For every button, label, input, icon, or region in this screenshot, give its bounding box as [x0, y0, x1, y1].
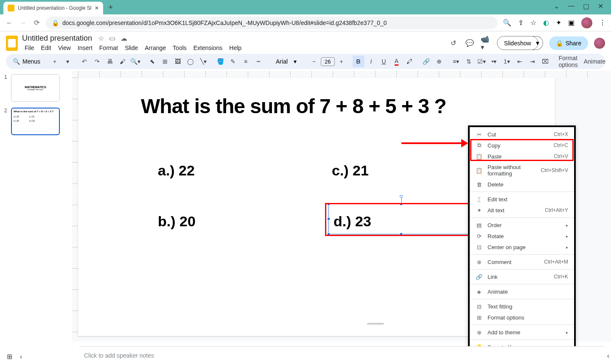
search-menus[interactable]: 🔍 Menus: [9, 58, 44, 65]
notes-splitter[interactable]: [367, 323, 384, 325]
ctx-cut[interactable]: ✂CutCtrl+X: [470, 129, 574, 140]
slide-thumbnail-1[interactable]: MATHEMATICS INTERACTIVE QUIZ: [11, 74, 60, 102]
profile-avatar-icon[interactable]: [581, 17, 592, 28]
new-tab-button[interactable]: +: [108, 3, 113, 14]
reload-icon[interactable]: ⟳: [32, 19, 41, 27]
ctx-add-theme[interactable]: ⊕Add to theme▸: [470, 327, 574, 338]
browser-tab[interactable]: Untitled presentation - Google Sl ✕: [3, 2, 103, 14]
ctx-format-options[interactable]: ⊞Format options: [470, 312, 574, 323]
bookmark-icon[interactable]: ☆: [530, 19, 536, 27]
border-weight-button[interactable]: ≡: [240, 56, 252, 67]
paint-format-button[interactable]: 🖌: [117, 56, 129, 67]
menu-tools[interactable]: Tools: [170, 44, 189, 52]
increase-font-button[interactable]: +: [336, 56, 348, 67]
image-tool[interactable]: 🖼: [172, 56, 184, 67]
selection-box[interactable]: [328, 204, 474, 234]
font-size-input[interactable]: 26: [321, 57, 334, 66]
italic-button[interactable]: I: [365, 56, 377, 67]
present-dropdown-icon[interactable]: 📹▾: [481, 38, 491, 48]
menu-format[interactable]: Format: [97, 44, 121, 52]
ctx-copy[interactable]: ⧉CopyCtrl+C: [470, 140, 574, 151]
menu-help[interactable]: Help: [227, 44, 244, 52]
back-icon[interactable]: ←: [5, 19, 14, 27]
print-button[interactable]: 🖶: [104, 56, 116, 67]
collapse-toolbar-icon[interactable]: ⌃: [609, 56, 611, 67]
slides-logo-icon[interactable]: [6, 36, 18, 51]
zoom-icon[interactable]: 🔍: [503, 19, 511, 27]
resize-handle[interactable]: [327, 203, 330, 206]
bulleted-list-button[interactable]: •▾: [488, 56, 500, 67]
numbered-list-button[interactable]: 1▾: [501, 56, 513, 67]
answer-a[interactable]: a.) 22: [158, 162, 195, 179]
ctx-animate[interactable]: ◈Animate: [470, 286, 574, 297]
new-slide-dropdown[interactable]: ▾: [62, 56, 73, 67]
collapse-filmstrip-icon[interactable]: ‹: [20, 353, 22, 361]
explore-icon[interactable]: ‹: [607, 352, 609, 360]
address-bar[interactable]: 🔒 docs.google.com/presentation/d/1oPmx3O…: [46, 17, 498, 29]
clear-formatting-button[interactable]: ⌧: [539, 56, 551, 67]
ctx-paste[interactable]: 📋PasteCtrl+V: [470, 151, 574, 162]
kebab-icon[interactable]: ⋮: [599, 19, 606, 27]
ctx-link[interactable]: 🔗LinkCtrl+K: [470, 271, 574, 282]
close-tab-icon[interactable]: ✕: [95, 5, 99, 11]
account-avatar-icon[interactable]: [594, 38, 605, 49]
rotation-handle[interactable]: [400, 195, 403, 198]
maximize-icon[interactable]: ▢: [583, 2, 589, 10]
animate-button[interactable]: Animate: [581, 56, 608, 67]
extensions-icon[interactable]: ✦: [556, 19, 561, 27]
decrease-indent-button[interactable]: ⇤: [514, 56, 526, 67]
extension-icon[interactable]: ◐: [543, 19, 549, 27]
border-color-button[interactable]: ✎: [227, 56, 239, 67]
slide-title-text[interactable]: What is the sum of 7 + 8 + 5 + 3 ?: [141, 94, 446, 118]
answer-c[interactable]: c.) 21: [332, 162, 369, 179]
ctx-edit-text[interactable]: ⌶Edit text: [470, 194, 574, 205]
close-window-icon[interactable]: ✕: [598, 2, 603, 10]
chevron-down-icon[interactable]: ⌄: [554, 2, 559, 10]
highlight-button[interactable]: 🖍: [404, 56, 415, 67]
share-url-icon[interactable]: ⇪: [518, 19, 524, 27]
decrease-font-button[interactable]: −: [308, 56, 320, 67]
slide-thumbnail-2[interactable]: What is the sum of 7 + 8 + 5 + 3 ? a.) 2…: [11, 108, 60, 135]
answer-b[interactable]: b.) 20: [158, 213, 196, 230]
star-icon[interactable]: ☆: [98, 34, 104, 42]
resize-handle[interactable]: [400, 233, 403, 236]
slideshow-dropdown[interactable]: ▾: [533, 36, 543, 50]
history-icon[interactable]: ↺: [448, 38, 459, 48]
resize-handle[interactable]: [400, 203, 403, 206]
minimize-icon[interactable]: —: [568, 2, 575, 10]
speaker-notes[interactable]: Click to add speaker notes: [79, 346, 605, 364]
checklist-button[interactable]: ☑▾: [476, 56, 488, 67]
menu-edit[interactable]: Edit: [39, 44, 54, 52]
menu-slide[interactable]: Slide: [122, 44, 140, 52]
ctx-text-fitting[interactable]: ⊟Text fitting: [470, 301, 574, 312]
grid-view-icon[interactable]: ⊞: [7, 353, 12, 361]
slideshow-button[interactable]: Slideshow: [497, 36, 538, 50]
ctx-alt-text[interactable]: ✶Alt textCtrl+Alt+Y: [470, 205, 574, 216]
font-family-select[interactable]: Arial▾: [269, 57, 303, 66]
resize-handle[interactable]: [327, 233, 330, 236]
text-color-button[interactable]: A: [391, 56, 403, 67]
zoom-button[interactable]: 🔍▾: [129, 56, 141, 67]
undo-button[interactable]: ↶: [78, 56, 90, 67]
menu-file[interactable]: File: [22, 44, 37, 52]
resize-handle[interactable]: [327, 217, 330, 220]
document-title[interactable]: Untitled presentation: [22, 34, 92, 43]
format-options-button[interactable]: Format options: [556, 56, 580, 67]
menu-arrange[interactable]: Arrange: [142, 44, 168, 52]
move-icon[interactable]: ▭: [109, 34, 115, 42]
share-button[interactable]: 🔒 Share: [549, 36, 588, 50]
increase-indent-button[interactable]: ⇥: [527, 56, 538, 67]
bold-button[interactable]: B: [353, 56, 364, 67]
menu-view[interactable]: View: [56, 44, 73, 52]
underline-button[interactable]: U: [378, 56, 390, 67]
insert-comment-button[interactable]: ⊕: [433, 56, 445, 67]
fill-color-button[interactable]: 🪣: [214, 56, 226, 67]
sidepanel-icon[interactable]: ▣: [568, 19, 575, 27]
ctx-rotate[interactable]: ⟳Rotate▸: [470, 231, 574, 242]
select-tool[interactable]: ⬉: [146, 56, 158, 67]
menu-extensions[interactable]: Extensions: [191, 44, 225, 52]
ctx-center[interactable]: ⊡Center on page▸: [470, 242, 574, 253]
new-slide-button[interactable]: +: [49, 56, 61, 67]
ctx-paste-no-format[interactable]: 📋Paste without formattingCtrl+Shift+V: [470, 162, 574, 179]
ctx-delete[interactable]: 🗑Delete: [470, 179, 574, 190]
